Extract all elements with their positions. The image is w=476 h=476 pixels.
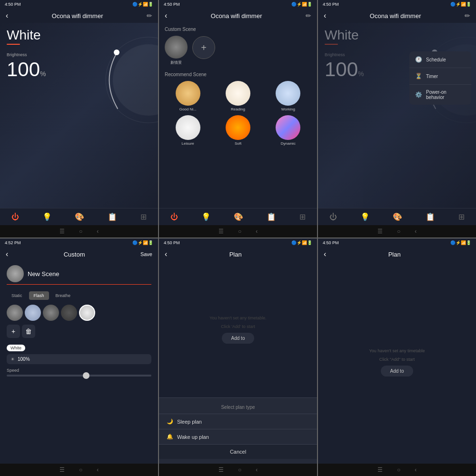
nav-power-3[interactable]: ⏻ <box>329 213 337 221</box>
schedule-icon: 🕐 <box>415 56 422 63</box>
scene-dynamic[interactable]: Dynamic <box>265 115 311 146</box>
android-home-4[interactable]: ○ <box>79 466 82 473</box>
nav-palette-2[interactable]: 🎨 <box>234 212 243 221</box>
nav-bulb-3[interactable]: 💡 <box>360 212 370 221</box>
edit-btn-2[interactable]: ✏ <box>306 12 311 20</box>
cancel-btn-5[interactable]: Cancel <box>159 445 317 459</box>
top-bar-5: ‹ Plan <box>159 247 317 261</box>
edit-btn-1[interactable]: ✏ <box>147 12 152 20</box>
time-5: 4:50 PM <box>164 240 180 245</box>
swatch-4[interactable] <box>61 305 77 321</box>
mode-flash-4[interactable]: Flash <box>29 291 49 300</box>
scene-soft[interactable]: Soft <box>215 115 261 146</box>
speed-slider-4[interactable] <box>7 375 151 377</box>
scene-reading-circle[interactable] <box>226 81 250 106</box>
scene-good-night-circle[interactable] <box>176 81 200 106</box>
edit-btn-3[interactable]: ✏ <box>465 12 470 20</box>
nav-grid-1[interactable]: ⊞ <box>140 212 147 221</box>
android-menu-6[interactable]: ☰ <box>377 466 383 473</box>
android-back-1[interactable]: ‹ <box>97 228 99 235</box>
time-1: 4:50 PM <box>5 2 21 7</box>
scene-working-circle[interactable] <box>276 81 300 106</box>
save-btn-4[interactable]: Save <box>140 251 152 257</box>
back-btn-6[interactable]: ‹ <box>324 250 326 258</box>
swatch-2[interactable] <box>25 305 41 321</box>
power-on-label: Power-on behavior <box>426 89 466 100</box>
android-menu-3[interactable]: ☰ <box>377 228 383 235</box>
back-btn-4[interactable]: ‹ <box>6 250 8 258</box>
top-bar-2: ‹ Ocona wifi dimmer ✏ <box>159 9 317 23</box>
add-to-btn-5[interactable]: Add to <box>222 333 255 344</box>
time-3: 4:50 PM <box>323 2 339 7</box>
back-btn-2[interactable]: ‹ <box>165 11 167 20</box>
back-btn-5[interactable]: ‹ <box>165 250 167 258</box>
sleep-plan-item-5[interactable]: 🌙 Sleep plan <box>159 414 317 429</box>
nav-power-1[interactable]: ⏻ <box>11 213 19 221</box>
android-home-5[interactable]: ○ <box>238 466 241 473</box>
menu-timer[interactable]: ⏳ Timer <box>409 68 471 85</box>
swatch-5[interactable] <box>79 305 95 321</box>
add-swatch-btn[interactable]: + <box>7 325 20 338</box>
android-back-4[interactable]: ‹ <box>97 466 99 473</box>
add-scene-circle[interactable]: + <box>192 36 215 59</box>
android-back-5[interactable]: ‹ <box>256 466 258 473</box>
dropdown-menu-3: 🕐 Schedule ⏳ Timer ⚙️ Power-on behavior <box>409 51 471 105</box>
android-menu-4[interactable]: ☰ <box>60 466 65 473</box>
android-home-3[interactable]: ○ <box>397 228 400 235</box>
android-back-2[interactable]: ‹ <box>256 228 258 235</box>
android-menu-2[interactable]: ☰ <box>218 228 224 235</box>
white-underline-1 <box>7 44 20 45</box>
scene-reading-label: Reading <box>231 107 245 111</box>
title-6: Plan <box>388 251 401 258</box>
scene-reading[interactable]: Reading <box>215 81 261 111</box>
back-btn-3[interactable]: ‹ <box>324 11 326 20</box>
back-btn-1[interactable]: ‹ <box>6 11 8 20</box>
nav-palette-1[interactable]: 🎨 <box>75 212 84 221</box>
wakeup-plan-item-5[interactable]: 🔔 Wake up plan <box>159 429 317 445</box>
nav-schedule-3[interactable]: 📋 <box>426 212 435 221</box>
add-to-btn-6[interactable]: Add to <box>381 366 414 377</box>
delete-swatch-btn[interactable]: 🗑 <box>22 325 35 338</box>
bottom-nav-2: ⏻ 💡 🎨 📋 ⊞ <box>159 208 317 225</box>
existing-scene-circle[interactable] <box>165 36 188 59</box>
android-home-6[interactable]: ○ <box>397 466 400 473</box>
scene-good-night[interactable]: Good Ni... <box>165 81 211 111</box>
swatch-1[interactable] <box>7 305 23 321</box>
status-icons-5: 🔵⚡📶🔋 <box>291 240 312 245</box>
scene-dynamic-circle[interactable] <box>276 115 300 140</box>
nav-grid-2[interactable]: ⊞ <box>299 212 306 221</box>
nav-grid-3[interactable]: ⊞ <box>458 212 465 221</box>
menu-schedule[interactable]: 🕐 Schedule <box>409 51 471 68</box>
scene-name-input-4[interactable] <box>28 270 151 278</box>
menu-power-on[interactable]: ⚙️ Power-on behavior <box>409 85 471 105</box>
android-home-2[interactable]: ○ <box>238 228 241 235</box>
plan-empty-5: You haven't set any timetable. Click 'Ad… <box>159 261 317 397</box>
nav-schedule-2[interactable]: 📋 <box>267 212 276 221</box>
android-back-3[interactable]: ‹ <box>415 228 416 235</box>
scene-inner-2: Custom Scene 新情景 + Recommend Scene <box>159 23 317 208</box>
nav-schedule-1[interactable]: 📋 <box>108 212 117 221</box>
status-bar-1: 4:50 PM 🔵⚡📶🔋 <box>0 0 158 9</box>
scene-working[interactable]: Working <box>265 81 311 111</box>
android-menu-1[interactable]: ☰ <box>60 228 65 235</box>
swatch-3[interactable] <box>43 305 59 321</box>
slider-thumb-4[interactable] <box>83 372 89 379</box>
android-back-6[interactable]: ‹ <box>415 466 416 473</box>
scene-leisure[interactable]: Leisure <box>165 115 211 146</box>
scene-soft-circle[interactable] <box>226 115 250 140</box>
schedule-label: Schedule <box>426 57 446 62</box>
dial-1[interactable] <box>91 32 158 128</box>
nav-palette-3[interactable]: 🎨 <box>393 212 402 221</box>
panel-5-plan: 4:50 PM 🔵⚡📶🔋 ‹ Plan You haven't set any … <box>159 238 317 476</box>
mode-static-4[interactable]: Static <box>7 291 27 300</box>
android-home-1[interactable]: ○ <box>79 228 82 235</box>
status-icons-6: 🔵⚡📶🔋 <box>450 240 471 245</box>
top-bar-3: ‹ Ocona wifi dimmer ✏ <box>318 9 476 23</box>
android-menu-5[interactable]: ☰ <box>218 466 224 473</box>
nav-power-2[interactable]: ⏻ <box>170 213 178 221</box>
mode-breathe-4[interactable]: Breathe <box>51 291 76 300</box>
empty-text2-5: Click 'Add' to start <box>221 324 255 329</box>
nav-bulb-1[interactable]: 💡 <box>42 212 52 221</box>
nav-bulb-2[interactable]: 💡 <box>201 212 211 221</box>
scene-leisure-circle[interactable] <box>176 115 200 140</box>
